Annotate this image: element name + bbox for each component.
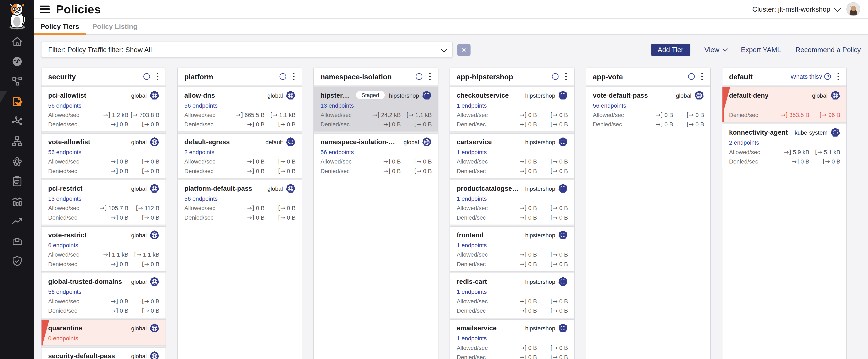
help-icon <box>144 73 150 80</box>
sidebar-item-policies[interactable] <box>11 95 23 108</box>
tier-menu-button[interactable] <box>700 71 705 82</box>
endpoints-link[interactable]: 1 endpoints <box>457 335 568 341</box>
endpoints-link[interactable]: 13 endpoints <box>48 195 159 202</box>
sidebar-item-compliance[interactable] <box>11 175 23 187</box>
policy-card[interactable]: global-trusted-domains global 56 endpoin… <box>41 273 165 317</box>
ingress-value: 0 B <box>528 344 537 351</box>
policy-card[interactable]: frontend hipstershop 1 endpoints Allowed… <box>450 227 574 271</box>
tier-menu-button[interactable] <box>564 71 568 82</box>
policy-card[interactable]: productcatalogservice hipstershop 1 endp… <box>450 180 574 224</box>
endpoints-link[interactable]: 56 endpoints <box>48 288 159 295</box>
policy-card[interactable]: allow-dns global 56 endpoints Allowed/se… <box>178 87 302 131</box>
ingress-value: 0 B <box>256 205 265 211</box>
endpoints-link[interactable] <box>729 102 840 109</box>
policy-card[interactable]: vote-allowlist global 56 endpoints Allow… <box>41 134 165 178</box>
sidebar-item-timeline[interactable] <box>11 195 23 208</box>
tier-help-link[interactable] <box>686 73 695 80</box>
endpoints-link[interactable]: 56 endpoints <box>48 102 159 109</box>
endpoints-link[interactable]: 1 endpoints <box>457 148 568 155</box>
policy-card[interactable]: konnectivity-agent kube-system 2 endpoin… <box>722 124 846 168</box>
tab-policy-tiers[interactable]: Policy Tiers <box>34 19 86 34</box>
policy-name: vote-default-pass <box>593 91 648 99</box>
sidebar-item-workloads[interactable] <box>11 235 23 247</box>
tier-menu-button[interactable] <box>155 71 160 82</box>
sidebar-item-threat-defense[interactable] <box>11 255 23 267</box>
policy-card[interactable]: hipstershop-gh… Staged hipstershop 13 en… <box>314 87 438 131</box>
tier-help-link[interactable] <box>142 73 150 80</box>
stat-row: Denied/sec →] 0 B [→ 0 B <box>729 158 840 165</box>
tier-help-link[interactable]: Whats this? ? <box>790 73 831 80</box>
endpoints-link[interactable]: 1 endpoints <box>457 242 568 248</box>
policy-card[interactable]: default-egress default 2 endpoints Allow… <box>178 134 302 178</box>
policy-card[interactable]: checkoutservice hipstershop 1 endpoints … <box>450 87 574 131</box>
endpoints-link[interactable]: 56 endpoints <box>320 148 432 155</box>
policy-card[interactable]: platform-default-pass global 56 endpoint… <box>178 180 302 224</box>
policy-card[interactable]: emailservice hipstershop 1 endpoints All… <box>450 320 574 359</box>
tier-menu-button[interactable] <box>291 71 296 82</box>
policy-filter-select[interactable]: Filter: Policy Traffic filter: Show All <box>41 42 453 58</box>
stat-row: Denied/sec →] 0 B [→ 0 B <box>184 121 296 128</box>
policy-card[interactable]: security-default-pass global <box>41 348 165 359</box>
sidebar-item-dashboard[interactable] <box>11 55 23 68</box>
ingress-arrow-icon: →] <box>111 298 118 304</box>
endpoints-link[interactable]: 1 endpoints <box>457 195 568 202</box>
card-divider <box>450 317 574 320</box>
policy-card[interactable]: default-deny global Denied/sec →] 353.5 … <box>722 87 846 122</box>
endpoints-link[interactable]: 1 endpoints <box>457 102 568 109</box>
avatar[interactable] <box>846 2 860 16</box>
endpoints-link[interactable]: 56 endpoints <box>184 195 296 202</box>
policy-card[interactable]: cartservice hipstershop 1 endpoints Allo… <box>450 134 574 178</box>
tier-help-link[interactable] <box>414 73 423 80</box>
endpoints-link[interactable]: 0 endpoints <box>48 335 159 341</box>
cluster-selector[interactable]: Cluster: jlt-msft-workshop <box>752 5 839 13</box>
endpoints-link[interactable]: 6 endpoints <box>48 242 159 248</box>
endpoints-link[interactable]: 2 endpoints <box>184 148 296 155</box>
policy-card[interactable]: pci-allowlist global 56 endpoints Allowe… <box>41 87 165 131</box>
endpoints-link[interactable]: 56 endpoints <box>593 102 704 109</box>
policy-card[interactable]: quarantine global 0 endpoints <box>41 320 165 346</box>
egress-arrow-icon: [→ <box>687 111 694 118</box>
tier-menu-button[interactable] <box>428 71 432 82</box>
card-divider <box>41 85 165 87</box>
tier-help-link[interactable] <box>550 73 559 80</box>
egress-arrow-icon: [→ <box>550 354 557 359</box>
card-divider <box>41 225 165 227</box>
policy-card[interactable]: redis-cart hipstershop 1 endpoints Allow… <box>450 273 574 317</box>
policy-card[interactable]: namespace-isolation-default-p… global 56… <box>314 134 438 178</box>
stat-row: Allowed/sec →] 0 B [→ 0 B <box>457 251 568 258</box>
sidebar-item-topology[interactable] <box>11 135 23 147</box>
topbar: Policies Cluster: jlt-msft-workshop <box>34 0 868 19</box>
sidebar-item-trends[interactable] <box>11 215 23 227</box>
tier-title: security <box>48 72 76 81</box>
sidebar-item-home[interactable] <box>11 35 23 48</box>
endpoints-link[interactable]: 56 endpoints <box>48 148 159 155</box>
calico-cat-logo[interactable] <box>4 2 29 31</box>
policy-card[interactable]: pci-restrict global 13 endpoints Allowed… <box>41 180 165 224</box>
tier-help-link[interactable] <box>278 73 286 80</box>
tab-policy-listing[interactable]: Policy Listing <box>86 19 144 34</box>
egress-arrow-icon: [→ <box>550 111 557 118</box>
scope-label: global <box>127 92 147 99</box>
policy-card[interactable]: vote-default-pass global 56 endpoints Al… <box>586 87 710 131</box>
view-menu-button[interactable]: View <box>705 46 726 53</box>
tier-column-app-hipstershop: app-hipstershop checkoutservice hipsters… <box>450 68 575 359</box>
sidebar-item-network-sets[interactable] <box>11 115 23 128</box>
clear-filter-button[interactable]: × <box>457 44 470 56</box>
sidebar-item-endpoints[interactable] <box>11 155 23 167</box>
endpoints-link[interactable]: 13 endpoints <box>320 102 432 109</box>
export-yaml-button[interactable]: Export YAML <box>741 46 781 53</box>
page-title: Policies <box>56 2 101 16</box>
tier-menu-button[interactable] <box>836 71 841 82</box>
globe-icon <box>149 230 159 240</box>
hamburger-menu-icon[interactable] <box>40 6 50 13</box>
stat-row: Denied/sec →] 0 B [→ 0 B <box>457 214 568 221</box>
tier-header: namespace-isolation <box>314 68 438 85</box>
ingress-arrow-icon: →] <box>520 121 527 128</box>
add-tier-button[interactable]: Add Tier <box>651 44 690 56</box>
endpoints-link[interactable]: 1 endpoints <box>457 288 568 295</box>
sidebar-item-service-graph[interactable] <box>11 76 23 88</box>
endpoints-link[interactable]: 2 endpoints <box>729 139 840 146</box>
endpoints-link[interactable]: 56 endpoints <box>184 102 296 109</box>
policy-card[interactable]: vote-restrict global 6 endpoints Allowed… <box>41 227 165 271</box>
recommend-policy-button[interactable]: Recommend a Policy <box>796 46 861 53</box>
